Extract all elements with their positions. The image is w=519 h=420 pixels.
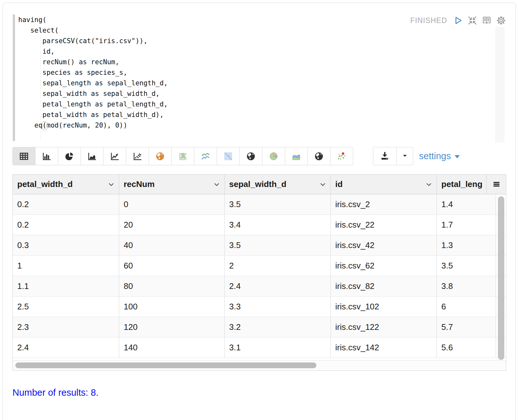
table-row: 2.51003.3iris.csv_1026 [13,297,506,317]
table-cell: 3.1 [225,338,331,358]
area-pastel-icon [291,151,301,161]
notebook-paragraph: having( select( parseCSV(cat("iris.csv")… [3,3,516,420]
table-cell: 0.3 [13,235,119,255]
table-row: 2.31203.2iris.csv_1225.7 [13,317,506,338]
table-cell: 3.5 [225,194,331,214]
download-group [373,147,413,165]
area-chart-icon [87,151,97,161]
table-body: 0.203.5iris.csv_21.40.2203.4iris.csv_221… [13,194,506,358]
chevron-down-icon[interactable] [213,181,221,188]
table-cell: 20 [119,215,225,235]
editor-scrollbar[interactable] [495,27,505,143]
table-cell: 3.5 [437,256,496,276]
horizontal-scrollbar-track [13,360,506,370]
column-header-label: sepal_width_d [229,179,286,189]
chart-type-multi-line-chart-button[interactable] [194,147,217,165]
table-cell: 1.7 [437,215,496,235]
map-globe-icon [155,151,165,161]
heatmap-icon [223,151,233,161]
display-toolbar: settings [12,147,509,165]
settings-link[interactable]: settings [419,147,460,165]
table-row: 0.203.5iris.csv_21.4 [13,194,506,215]
chart-type-bar-chart-button[interactable] [35,147,58,165]
table-cell: 0.2 [13,215,119,235]
table-cell: iris.csv_82 [331,276,437,296]
paragraph-controls: FINISHED [410,16,506,25]
table-cell: 0.2 [13,194,119,214]
column-header-sepal_width_d[interactable]: sepal_width_d [225,175,331,194]
caret-down-icon [454,154,460,159]
chart-type-globe-dark-button[interactable] [239,147,262,165]
chart-type-scatter-color-button[interactable] [330,147,353,165]
chart-type-line-chart-button[interactable] [103,147,126,165]
table-cell: 1.1 [13,276,119,296]
table-row: 1.1802.4iris.csv_823.8 [13,276,506,297]
status-badge: FINISHED [410,16,447,25]
column-header-label: id [335,179,343,189]
table-cell: 80 [119,276,225,296]
chart-type-heatmap-button[interactable] [217,147,240,165]
table-cell: 2.4 [13,338,119,358]
table-cell: 5.6 [437,338,496,358]
results-count: Number of results: 8. [12,387,98,398]
chart-type-globe-dark-2-button[interactable] [307,147,330,165]
chevron-down-icon[interactable] [319,181,327,188]
table-cell: 5.7 [437,317,496,337]
table-cell: 1.3 [437,235,496,255]
book-icon[interactable] [482,16,492,25]
chart-type-area-pastel-button[interactable] [285,147,308,165]
download-button[interactable] [373,147,396,165]
column-header-petal_leng[interactable]: petal_leng [437,175,487,194]
table-row: 2.41403.1iris.csv_1425.6 [13,338,506,358]
table-cell: 3.4 [225,215,331,235]
chevron-down-icon[interactable] [425,181,433,188]
globe-dark-2-icon [314,151,324,161]
chart-type-pie-pastel-button[interactable] [262,147,285,165]
table-cell: iris.csv_122 [331,317,437,337]
gear-icon[interactable] [496,16,506,25]
table-cell: 3.3 [225,297,331,317]
table-row: 1602iris.csv_623.5 [13,256,506,276]
code-editor[interactable]: having( select( parseCSV(cat("iris.csv")… [18,15,168,131]
line-chart-icon [110,151,120,161]
column-header-id[interactable]: id [331,175,437,194]
settings-label: settings [419,151,451,161]
column-header-recNum[interactable]: recNum [119,175,225,194]
bar-chart-icon [42,151,52,161]
table-cell: iris.csv_2 [331,194,437,214]
editor-gutter [13,14,15,141]
table-header: petal_width_drecNumsepal_width_didpetal_… [13,175,506,194]
table-cell: 3.2 [225,317,331,337]
table-cell: 100 [119,297,225,317]
column-header-label: petal_leng [441,179,483,189]
chart-type-area-chart-button[interactable] [81,147,104,165]
chart-type-map-globe-button[interactable] [149,147,172,165]
table-cell: 0 [119,194,225,214]
chart-type-table-button[interactable] [12,147,35,165]
run-icon[interactable] [453,16,463,25]
column-header-label: petal_width_d [17,179,73,189]
table-cell: 120 [119,317,225,337]
grid-menu-button[interactable] [487,175,506,194]
pie-pastel-icon [268,151,279,161]
chart-type-pie-chart-button[interactable] [58,147,81,165]
table-cell: 3.5 [225,235,331,255]
table-cell: 60 [119,256,225,276]
chart-type-bubble-matrix-button[interactable] [171,147,194,165]
scatter-chart-icon [132,151,143,161]
horizontal-scrollbar[interactable] [15,362,316,368]
multi-line-chart-icon [200,151,211,161]
vertical-scrollbar[interactable] [498,196,504,360]
collapse-icon[interactable] [468,16,477,25]
chart-type-scatter-chart-button[interactable] [126,147,149,165]
table-cell: iris.csv_22 [331,215,437,235]
code-text: having( select( parseCSV(cat("iris.csv")… [18,16,168,129]
table-cell: 40 [119,235,225,255]
table-cell: 140 [119,338,225,358]
chevron-down-icon[interactable] [107,181,115,188]
download-options-button[interactable] [396,147,413,165]
table-cell: 1.4 [437,194,496,214]
table-cell: 2.3 [13,317,119,337]
globe-dark-icon [246,151,256,161]
column-header-petal_width_d[interactable]: petal_width_d [13,175,119,194]
